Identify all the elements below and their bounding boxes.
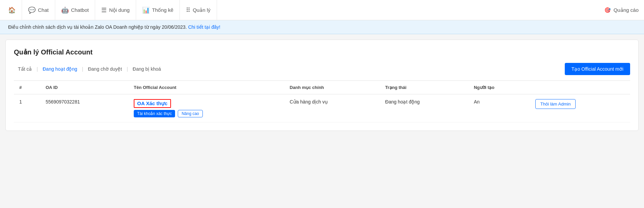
- tab-dang-cho-duyet[interactable]: Đang chờ duyệt: [84, 64, 126, 74]
- nav-thong-ke-label: Thống kê: [152, 7, 173, 13]
- nav-quan-ly[interactable]: ⠿ Quản lý: [180, 0, 217, 20]
- nav-quang-cao[interactable]: 🎯 Quảng cáo: [604, 7, 639, 13]
- tab-sep-2: |: [82, 66, 83, 72]
- col-oa-id: OA ID: [40, 81, 128, 94]
- table-header-row: # OA ID Tên Official Account Danh mục ch…: [14, 81, 630, 94]
- quang-cao-icon: 🎯: [604, 7, 611, 13]
- nav-left: 🏠 💬 Chat 🤖 Chatbot ☰ Nội dung 📊 Thống kê…: [5, 0, 604, 20]
- cell-num: 1: [14, 94, 40, 122]
- chatbot-icon: 🤖: [61, 6, 69, 14]
- banner-link[interactable]: Chi tiết tại đây!: [188, 24, 220, 30]
- col-num: #: [14, 81, 40, 94]
- badge-verified-button[interactable]: Tài khoản xác thực: [134, 110, 175, 117]
- oa-badges: Tài khoản xác thực Nâng cao: [134, 110, 279, 117]
- noi-dung-icon: ☰: [101, 6, 107, 14]
- tab-sep-1: |: [37, 66, 38, 72]
- nav-chat[interactable]: 💬 Chat: [22, 0, 55, 20]
- table-row: 1 5569097032281 OA Xác thực Tài khoản xá…: [14, 94, 630, 122]
- col-category: Danh mục chính: [284, 81, 380, 94]
- home-icon: 🏠: [8, 6, 16, 14]
- nav-thong-ke[interactable]: 📊 Thống kê: [136, 0, 180, 20]
- badge-nang-cao-button[interactable]: Nâng cao: [178, 110, 202, 117]
- nav-chatbot-label: Chatbot: [71, 7, 89, 13]
- cell-oa-id: 5569097032281: [40, 94, 128, 122]
- banner-text: Điều chỉnh chính sách dịch vụ tài khoản …: [8, 24, 187, 30]
- thoi-lam-admin-button[interactable]: Thôi làm Admin: [535, 99, 576, 109]
- nav-noi-dung[interactable]: ☰ Nội dung: [95, 0, 136, 20]
- quan-ly-icon: ⠿: [186, 6, 190, 14]
- create-oa-button[interactable]: Tạo Official Account mới: [565, 63, 630, 75]
- cell-action: Thôi làm Admin: [530, 94, 630, 122]
- cell-category: Cửa hàng dịch vụ: [284, 94, 380, 122]
- nav-noi-dung-label: Nội dung: [109, 7, 130, 13]
- tabs-row: Tất cả | Đang hoạt động | Đang chờ duyệt…: [14, 63, 630, 75]
- thong-ke-icon: 📊: [142, 6, 150, 14]
- tab-dang-hoat-dong[interactable]: Đang hoạt động: [39, 64, 81, 74]
- col-creator: Người tạo: [468, 81, 530, 94]
- nav-chatbot[interactable]: 🤖 Chatbot: [55, 0, 95, 20]
- tab-dang-bi-khoa[interactable]: Đang bị khoá: [129, 64, 165, 74]
- col-actions: [530, 81, 630, 94]
- oa-name-label[interactable]: OA Xác thực: [134, 99, 171, 108]
- cell-creator: An: [468, 94, 530, 122]
- cell-oa-name: OA Xác thực Tài khoản xác thực Nâng cao: [128, 94, 284, 122]
- nav-quan-ly-label: Quản lý: [193, 7, 210, 13]
- col-oa-name: Tên Official Account: [128, 81, 284, 94]
- oa-table: # OA ID Tên Official Account Danh mục ch…: [14, 80, 630, 122]
- oa-name-group: OA Xác thực Tài khoản xác thực Nâng cao: [134, 99, 279, 117]
- main-content-area: Quản lý Official Account Tất cả | Đang h…: [5, 40, 639, 131]
- tab-sep-3: |: [127, 66, 128, 72]
- announcement-banner: Điều chỉnh chính sách dịch vụ tài khoản …: [0, 20, 644, 34]
- nav-home[interactable]: 🏠: [5, 0, 22, 20]
- chat-icon: 💬: [28, 6, 36, 14]
- tab-group: Tất cả | Đang hoạt động | Đang chờ duyệt…: [14, 64, 165, 74]
- page-title: Quản lý Official Account: [14, 48, 630, 56]
- tab-tat-ca[interactable]: Tất cả: [14, 64, 36, 74]
- cell-status: Đang hoạt động: [380, 94, 469, 122]
- col-status: Trạng thái: [380, 81, 469, 94]
- top-navigation: 🏠 💬 Chat 🤖 Chatbot ☰ Nội dung 📊 Thống kê…: [0, 0, 644, 20]
- nav-quang-cao-label: Quảng cáo: [614, 7, 639, 13]
- nav-chat-label: Chat: [38, 7, 49, 13]
